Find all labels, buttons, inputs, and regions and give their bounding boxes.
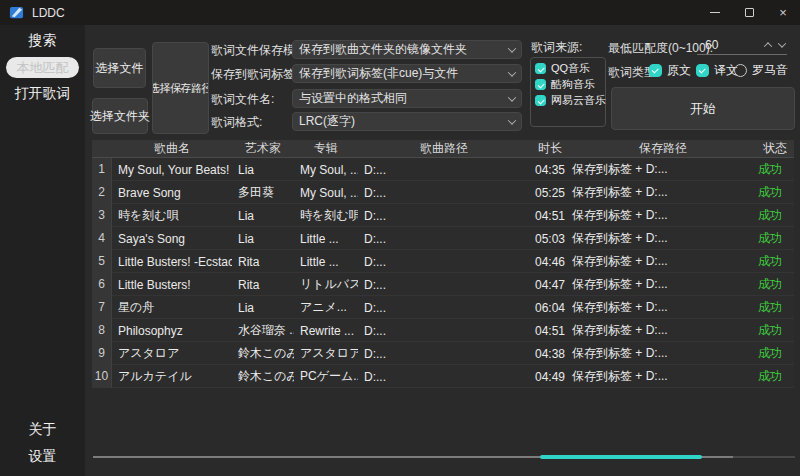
table-row[interactable]: 5 Little Busters! -Ecstacy Ver.- Rita Li… [92,250,794,273]
status-cell: 成功 [756,184,794,201]
save-mode-select[interactable]: 保存到歌曲文件夹的镜像文件夹 [292,40,522,59]
close-button[interactable]: × [766,0,800,25]
header-song: 歌曲名 [112,140,232,157]
progress-chunk [540,455,702,459]
row-number-cell: 8 [92,319,112,342]
save-path-cell: 保存到标签 + D:... [570,345,756,362]
duration-cell: 04:49 [530,370,570,384]
format-value: LRC(逐字) [299,113,355,130]
format-select[interactable]: LRC(逐字) [292,112,522,131]
song-path-cell: D:... [358,301,530,315]
song-name-cell: 時を刻む唄 [112,207,232,224]
filename-label: 歌词文件名: [211,91,274,108]
table-row[interactable]: 3 時を刻む唄 Lia 時を刻む唄 ... D:... 04:51 保存到标签 … [92,204,794,227]
checkbox-icon [649,64,662,77]
table-header-row: 歌曲名 艺术家 专辑 歌曲路径 时长 保存路径 状态 [92,140,794,158]
chevron-down-icon [508,93,516,101]
spin-down-icon[interactable] [778,39,786,47]
select-file-button[interactable]: 选择文件 [93,48,146,88]
album-cell: My Soul, ... [294,163,358,177]
filename-value: 与设置中的格式相同 [299,90,407,107]
lyrics-source-group: QQ音乐 酷狗音乐 网易云音乐 [530,57,606,127]
save-path-cell: 保存到标签 + D:... [570,207,756,224]
table-row[interactable]: 2 Brave Song 多田葵 My Soul, ... D:... 05:2… [92,181,794,204]
app-title: LDDC [32,6,65,20]
header-duration: 时长 [530,140,570,157]
song-name-cell: My Soul, Your Beats! [112,163,232,177]
row-number-cell: 6 [92,273,112,296]
sidebar-item-settings[interactable]: 设置 [6,446,79,468]
album-cell: アスタロア/... [294,345,358,362]
filename-select[interactable]: 与设置中的格式相同 [292,89,522,108]
progress-track-remainder [733,456,795,458]
table-row[interactable]: 4 Saya's Song Lia Little ... D:... 05:03… [92,227,794,250]
song-name-cell: Little Busters! -Ecstacy Ver.- [112,255,232,269]
album-cell: アニメ... [294,299,358,316]
table-row[interactable]: 1 My Soul, Your Beats! Lia My Soul, ... … [92,158,794,181]
sidebar-item-local-match[interactable]: 本地匹配 [6,57,79,78]
row-number-cell: 4 [92,227,112,250]
type-option-label: 罗马音 [752,62,788,79]
artist-cell: Rita [232,278,294,292]
sidebar-item-open-lyrics[interactable]: 打开歌词 [6,83,79,105]
status-cell: 成功 [756,230,794,247]
table-row[interactable]: 10 アルカテイル 鈴木このみ PCゲーム... D:... 04:49 保存到… [92,365,794,388]
album-cell: 時を刻む唄 ... [294,207,358,224]
album-cell: Rewrite ... [294,324,358,338]
main-content: 选择文件 选择文件夹 选择保存路径 歌词文件保存模式: 保存到歌曲文件夹的镜像文… [85,25,800,476]
duration-cell: 05:03 [530,232,570,246]
table-row[interactable]: 8 Philosophyz 水谷瑠奈 ... Rewrite ... D:...… [92,319,794,342]
artist-cell: 鈴木このみ [232,368,294,385]
type-option-translation[interactable]: 译文 [696,62,738,79]
table-row[interactable]: 7 星の舟 Lia アニメ... D:... 06:04 保存到标签 + D:.… [92,296,794,319]
song-name-cell: Philosophyz [112,324,232,338]
type-option-romaji[interactable]: 罗马音 [734,62,788,79]
artist-cell: Rita [232,255,294,269]
status-cell: 成功 [756,368,794,385]
spinbox-arrows [765,42,785,48]
source-option-kugou-music[interactable]: 酷狗音乐 [535,77,601,92]
save-path-cell: 保存到标签 + D:... [570,368,756,385]
start-button[interactable]: 开始 [611,87,795,130]
table-row[interactable]: 9 アスタロア 鈴木このみ アスタロア/... D:... 04:38 保存到标… [92,342,794,365]
save-path-cell: 保存到标签 + D:... [570,253,756,270]
artist-cell: Lia [232,301,294,315]
song-name-cell: アスタロア [112,345,232,362]
min-match-spinbox[interactable]: 60 [697,36,787,55]
header-album: 专辑 [294,140,358,157]
table-row[interactable]: 6 Little Busters! Rita リトルバス... D:... 04… [92,273,794,296]
save-tag-select[interactable]: 保存到歌词标签(非cue)与文件 [292,64,522,83]
select-save-path-button[interactable]: 选择保存路径 [152,42,209,134]
save-path-cell: 保存到标签 + D:... [570,299,756,316]
save-path-cell: 保存到标签 + D:... [570,230,756,247]
row-number-cell: 5 [92,250,112,273]
song-path-cell: D:... [358,370,530,384]
status-cell: 成功 [756,322,794,339]
album-cell: Little ... [294,255,358,269]
song-table: 歌曲名 艺术家 专辑 歌曲路径 时长 保存路径 状态 1 My Soul, Yo… [92,140,794,388]
select-folder-button[interactable]: 选择文件夹 [92,98,148,134]
sidebar-item-search[interactable]: 搜索 [6,30,79,52]
row-number-cell: 9 [92,342,112,365]
sidebar-spacer [0,105,85,414]
row-number-cell: 10 [92,365,112,388]
save-path-cell: 保存到标签 + D:... [570,184,756,201]
spin-up-icon[interactable] [764,42,772,50]
duration-cell: 04:51 [530,209,570,223]
song-path-cell: D:... [358,278,530,292]
type-option-original[interactable]: 原文 [649,62,691,79]
minimize-button[interactable] [698,0,732,25]
song-name-cell: 星の舟 [112,299,232,316]
source-option-netease-music[interactable]: 网易云音乐 [535,93,601,108]
header-status: 状态 [756,140,794,157]
maximize-button[interactable] [732,0,766,25]
save-mode-value: 保存到歌曲文件夹的镜像文件夹 [299,41,467,58]
song-path-cell: D:... [358,255,530,269]
status-cell: 成功 [756,345,794,362]
sidebar-item-about[interactable]: 关于 [6,419,79,441]
status-cell: 成功 [756,276,794,293]
album-cell: リトルバス... [294,276,358,293]
close-icon: × [779,5,787,20]
sidebar: 搜索 本地匹配 打开歌词 关于 设置 [0,25,85,476]
source-option-qq-music[interactable]: QQ音乐 [535,61,601,76]
